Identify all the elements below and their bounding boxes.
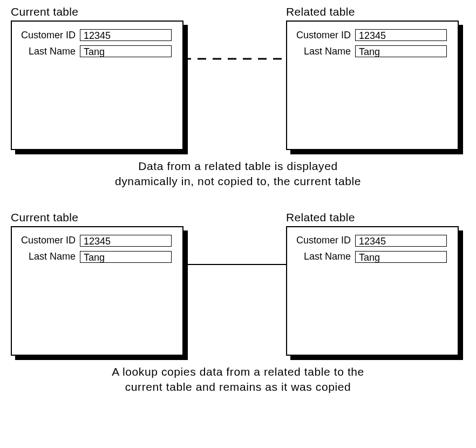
section-caption: Data from a related table is displayeddy… [5, 159, 471, 189]
customer-id-value: 12345 [80, 29, 172, 41]
current-table-panel: Current table Customer ID 12345 Last Nam… [11, 211, 183, 356]
field-row-customer: Customer ID 12345 [12, 235, 177, 247]
last-name-label: Last Name [287, 46, 355, 57]
customer-id-value: 12345 [355, 29, 447, 41]
panel-title: Related table [286, 211, 459, 224]
customer-id-value: 12345 [80, 235, 172, 247]
last-name-value: Tang [355, 45, 447, 57]
last-name-value: Tang [80, 251, 172, 263]
field-row-customer: Customer ID 12345 [287, 29, 452, 41]
panel-title: Current table [11, 5, 183, 18]
field-row-lastname: Last Name Tang [287, 251, 452, 263]
field-row-lastname: Last Name Tang [12, 251, 177, 263]
customer-id-label: Customer ID [287, 30, 355, 41]
section-dynamic: Current table Customer ID 12345 Last Nam… [5, 5, 471, 189]
related-table-panel: Related table Customer ID 12345 Last Nam… [286, 5, 459, 150]
field-row-lastname: Last Name Tang [287, 45, 452, 57]
customer-id-label: Customer ID [12, 235, 80, 246]
customer-id-value: 12345 [355, 235, 447, 247]
field-row-customer: Customer ID 12345 [12, 29, 177, 41]
last-name-label: Last Name [287, 251, 355, 262]
panel-title: Current table [11, 211, 183, 224]
field-row-customer: Customer ID 12345 [287, 235, 452, 247]
panel-title: Related table [286, 5, 459, 18]
section-caption: A lookup copies data from a related tabl… [5, 364, 471, 395]
field-row-lastname: Last Name Tang [12, 45, 177, 57]
customer-id-label: Customer ID [12, 30, 80, 41]
customer-id-label: Customer ID [287, 235, 355, 246]
last-name-value: Tang [355, 251, 447, 263]
related-table-panel: Related table Customer ID 12345 Last Nam… [286, 211, 459, 356]
last-name-value: Tang [80, 45, 172, 57]
last-name-label: Last Name [12, 251, 80, 262]
current-table-panel: Current table Customer ID 12345 Last Nam… [11, 5, 183, 150]
section-lookup: Current table Customer ID 12345 Last Nam… [5, 211, 471, 395]
last-name-label: Last Name [12, 46, 80, 57]
